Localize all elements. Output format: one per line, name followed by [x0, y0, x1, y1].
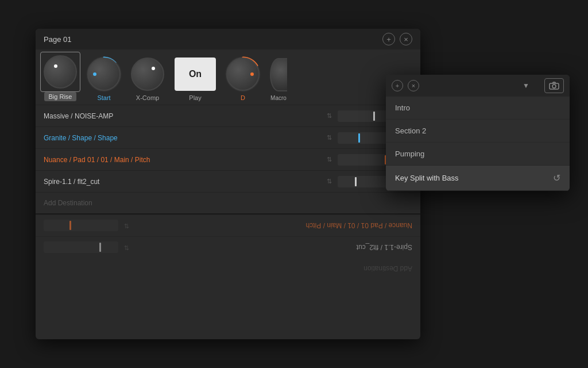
knob-group-play: On Play — [175, 57, 216, 101]
popup-item-intro[interactable]: Intro — [386, 97, 570, 120]
dest-sort-icon-3[interactable]: ⇅ — [327, 156, 332, 163]
knob-group-big-rise: Big Rise — [44, 55, 77, 101]
dest-sort-icon-f3: ⇅ — [124, 222, 129, 229]
dest-row-spire-flipped: Spire-1.1 / flt2_cut ⇅ — [36, 236, 420, 258]
dest-slider-thumb-f3 — [69, 221, 71, 231]
knob-group-d: D — [226, 57, 260, 101]
undo-icon[interactable]: ↺ — [553, 172, 560, 183]
scene: Page 01 + × Big Rise — [18, 17, 570, 351]
popup-item-section2[interactable]: Section 2 — [386, 120, 570, 143]
knob-label-d: D — [241, 94, 245, 101]
popup-close-button[interactable]: × — [408, 80, 419, 91]
dest-name-granite: Granite / Shape / Shape — [44, 134, 321, 142]
add-dest-row[interactable]: Add Destination — [36, 193, 420, 213]
popup-item-intro-label: Intro — [395, 103, 410, 112]
dest-slider-thumb-f4 — [99, 243, 101, 252]
close-page-button[interactable]: × — [400, 33, 412, 45]
dest-slider-track-f4 — [44, 242, 118, 254]
dest-sort-icon-1[interactable]: ⇅ — [327, 112, 332, 120]
dest-row-nuance: Nuance / Pad 01 / 01 / Main / Pitch ⇅ — [36, 149, 420, 171]
dest-name-spire: Spire-1.1 / flt2_cut — [44, 178, 321, 186]
dest-slider-thumb-1 — [373, 112, 375, 121]
add-page-button[interactable]: + — [382, 33, 395, 45]
knob-group-macro: Macro — [270, 58, 287, 101]
on-button[interactable]: On — [175, 57, 216, 91]
knob-start[interactable] — [87, 57, 121, 91]
dest-slider-thumb-4 — [355, 177, 357, 186]
add-dest-label: Add Destination — [44, 199, 92, 207]
knob-label-start: Start — [97, 94, 110, 101]
popup-title-bar: + × ▼ — [386, 75, 570, 97]
add-dest-label-flipped: Add Destination — [363, 264, 412, 273]
chevron-down-icon[interactable]: ▼ — [523, 82, 529, 90]
dest-sort-icon-4[interactable]: ⇅ — [327, 178, 332, 185]
knob-group-start: Start — [87, 57, 121, 101]
add-dest-row-flipped: Add Destination — [36, 258, 420, 279]
main-title: Page 01 — [44, 35, 71, 44]
knob-wrap-big-rise[interactable] — [44, 55, 77, 89]
popup-window: + × ▼ Intro Section 2 Pumping Key Split — [386, 75, 570, 191]
dest-row-nuance-flipped: Nuance / Pad 01 / 01 / Main / Pitch ⇅ — [36, 214, 420, 236]
knob-big-rise[interactable] — [44, 55, 77, 89]
dest-name-nuance: Nuance / Pad 01 / 01 / Main / Pitch — [44, 156, 321, 164]
camera-icon — [549, 82, 559, 90]
title-controls: + × — [382, 33, 412, 45]
flipped-section: Add Destination Spire-1.1 / flt2_cut ⇅ N… — [36, 214, 420, 279]
knob-wrap-start[interactable] — [87, 57, 121, 91]
knob-xcomp[interactable] — [131, 57, 164, 91]
main-window: Page 01 + × Big Rise — [36, 29, 420, 339]
popup-item-pumping-label: Pumping — [395, 150, 424, 158]
svg-point-3 — [552, 85, 556, 88]
knob-macro-partial[interactable] — [270, 58, 287, 91]
knob-dot-orange — [250, 72, 254, 76]
dest-sort-icon-f4: ⇅ — [124, 244, 129, 251]
dest-row-massive: Massive / NOISE-AMP ⇅ — [36, 105, 420, 127]
knobs-section: Big Rise Start — [36, 49, 420, 105]
dest-sort-icon-2[interactable]: ⇅ — [327, 134, 332, 141]
popup-item-section2-label: Section 2 — [395, 126, 426, 135]
popup-item-key-split-label: Key Split with Bass — [395, 174, 459, 182]
knob-group-xcomp: X-Comp — [131, 57, 164, 101]
knob-label-xcomp: X-Comp — [136, 94, 159, 101]
destinations-list: Massive / NOISE-AMP ⇅ Granite / Shape / … — [36, 105, 420, 279]
popup-item-pumping[interactable]: Pumping — [386, 143, 570, 166]
knob-d[interactable] — [226, 57, 260, 91]
camera-button[interactable] — [544, 78, 564, 93]
popup-item-key-split[interactable]: Key Split with Bass ↺ — [386, 166, 570, 191]
knob-dot-blue — [93, 72, 96, 76]
dest-name-spire-flipped: Spire-1.1 / flt2_cut — [135, 244, 412, 252]
knob-dot — [54, 64, 57, 68]
knob-dot-xcomp — [152, 67, 155, 70]
knob-label-play: Play — [189, 94, 201, 101]
dest-slider-track-f3 — [44, 220, 118, 232]
main-title-bar: Page 01 + × — [36, 29, 420, 49]
knob-wrap-xcomp[interactable] — [131, 57, 164, 91]
knob-wrap-d[interactable] — [226, 57, 260, 91]
dest-name-nuance-flipped: Nuance / Pad 01 / 01 / Main / Pitch — [135, 222, 412, 230]
dest-name-massive: Massive / NOISE-AMP — [44, 112, 321, 120]
knob-label-big-rise: Big Rise — [44, 92, 77, 101]
dest-row-granite: Granite / Shape / Shape ⇅ — [36, 127, 420, 149]
dest-slider-thumb-2 — [358, 133, 360, 143]
popup-add-button[interactable]: + — [392, 80, 403, 91]
dest-row-spire: Spire-1.1 / flt2_cut ⇅ — [36, 171, 420, 193]
knob-label-macro: Macro — [270, 95, 287, 101]
